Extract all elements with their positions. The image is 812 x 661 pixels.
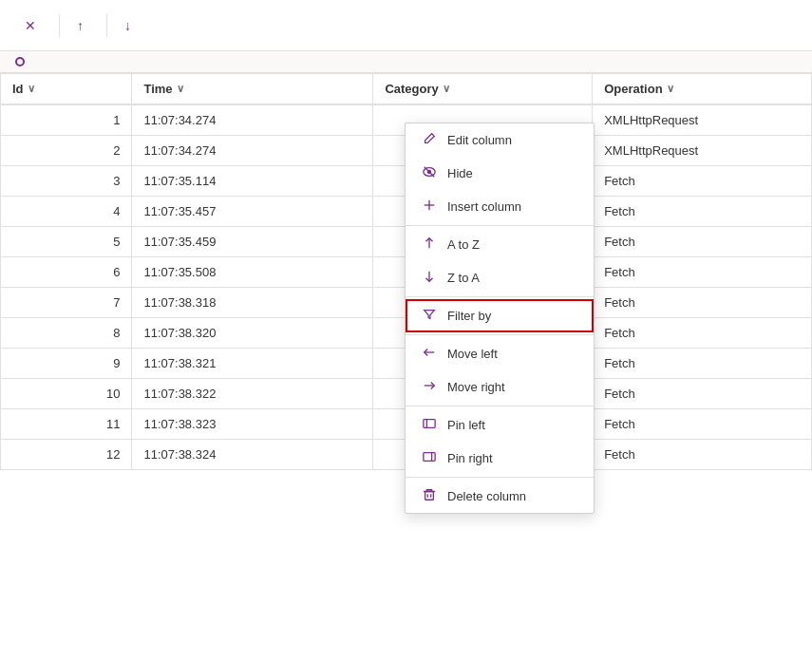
column-header-id[interactable]: Id ∨ [1,74,132,105]
cell-id: 8 [1,318,132,349]
cell-time: 11:07:38.321 [132,349,373,379]
cell-id: 9 [1,349,132,379]
move-left-icon [421,346,438,362]
move-right-icon [421,379,438,395]
menu-item-edit-column[interactable]: Edit column [406,123,594,157]
svg-rect-8 [424,420,435,428]
menu-item-label: Filter by [447,309,491,323]
menu-item-move-left[interactable]: Move left [406,337,594,370]
col-operation-label: Operation [604,82,662,96]
session-bar [0,51,812,73]
menu-item-label: Move right [447,380,505,394]
session-dot-icon [15,57,25,66]
menu-item-label: Edit column [447,133,512,147]
pin-left-icon [421,417,438,433]
cell-operation: Fetch [593,379,812,409]
menu-item-label: Hide [447,166,473,180]
menu-item-label: Move left [447,347,498,361]
upload-icon: ↑ [77,18,84,33]
cell-time: 11:07:38.318 [132,288,373,318]
divider-after-move-right [406,406,594,406]
cell-id: 7 [1,288,132,318]
toolbar-divider-2 [106,14,107,37]
col-id-chevron-icon: ∨ [28,83,35,95]
menu-item-label: Z to A [447,271,480,285]
col-category-chevron-icon: ∨ [443,83,450,95]
cell-time: 11:07:38.323 [132,409,373,440]
cell-operation: Fetch [593,409,812,440]
col-time-label: Time [143,82,172,96]
cell-operation: Fetch [593,166,812,197]
divider-after-filter-by [406,334,594,335]
cell-time: 11:07:38.324 [132,440,373,470]
clear-icon: ✕ [25,18,36,33]
divider-after-z-to-a [406,296,594,297]
column-header-category[interactable]: Category ∨ [373,74,593,105]
cell-operation: Fetch [593,257,812,288]
menu-item-z-to-a[interactable]: Z to A [406,261,594,294]
menu-item-delete-column[interactable]: Delete column [406,480,594,513]
cell-id: 6 [1,257,132,288]
download-icon: ↓ [124,18,131,33]
divider-after-pin-right [406,477,594,478]
cell-time: 11:07:35.457 [132,197,373,227]
table-container: Id ∨ Time ∨ Category ∨ [0,73,812,651]
cell-time: 11:07:35.459 [132,227,373,257]
menu-item-move-right[interactable]: Move right [406,370,594,404]
cell-time: 11:07:38.322 [132,379,373,409]
cell-operation: Fetch [593,440,812,470]
insert-column-icon [421,198,438,215]
cell-operation: Fetch [593,288,812,318]
cell-time: 11:07:34.274 [132,136,373,166]
menu-item-insert-column[interactable]: Insert column [406,190,594,223]
cell-id: 12 [1,440,132,470]
menu-item-pin-right[interactable]: Pin right [406,442,594,475]
cell-operation: Fetch [593,349,812,379]
cell-id: 2 [1,136,132,166]
cell-operation: XMLHttpRequest [593,136,812,166]
a-to-z-icon [421,236,438,253]
cell-time: 11:07:35.114 [132,166,373,197]
cell-id: 4 [1,197,132,227]
divider-after-insert-column [406,225,594,226]
upload-button[interactable]: ↑ [67,12,99,39]
download-button[interactable]: ↓ [115,12,146,39]
col-time-chevron-icon: ∨ [177,83,184,95]
cell-time: 11:07:38.320 [132,318,373,349]
filter-by-icon [421,308,438,324]
cell-id: 3 [1,166,132,197]
menu-item-hide[interactable]: Hide [406,157,594,190]
svg-rect-10 [424,453,435,462]
cell-id: 5 [1,227,132,257]
svg-rect-12 [425,492,434,500]
pin-right-icon [421,450,438,466]
menu-item-pin-left[interactable]: Pin left [406,408,594,442]
cell-operation: Fetch [593,318,812,349]
column-header-operation[interactable]: Operation ∨ [593,74,812,105]
table-header-row: Id ∨ Time ∨ Category ∨ [1,74,812,105]
menu-item-label: Delete column [447,489,526,503]
column-context-menu: Edit column Hide Insert column A to Z Z … [405,123,595,514]
cell-time: 11:07:35.508 [132,257,373,288]
cell-operation: Fetch [593,197,812,227]
cell-operation: Fetch [593,227,812,257]
menu-item-a-to-z[interactable]: A to Z [406,228,594,261]
clear-data-button[interactable]: ✕ [15,12,51,39]
cell-time: 11:07:34.274 [132,104,373,136]
delete-column-icon [421,488,438,504]
cell-id: 10 [1,379,132,409]
menu-item-filter-by[interactable]: Filter by [406,299,594,332]
column-header-time[interactable]: Time ∨ [132,74,373,105]
menu-item-label: Pin right [447,451,493,465]
menu-item-label: Insert column [447,199,521,214]
col-id-label: Id [12,82,24,96]
col-operation-chevron-icon: ∨ [667,83,674,95]
hide-icon [421,165,438,181]
menu-item-label: Pin left [447,418,485,432]
menu-item-label: A to Z [447,237,480,252]
cell-id: 1 [1,104,132,136]
edit-column-icon [421,132,438,148]
z-to-a-icon [421,270,438,286]
cell-operation: XMLHttpRequest [593,104,812,136]
toolbar: ✕ ↑ ↓ [0,0,812,51]
